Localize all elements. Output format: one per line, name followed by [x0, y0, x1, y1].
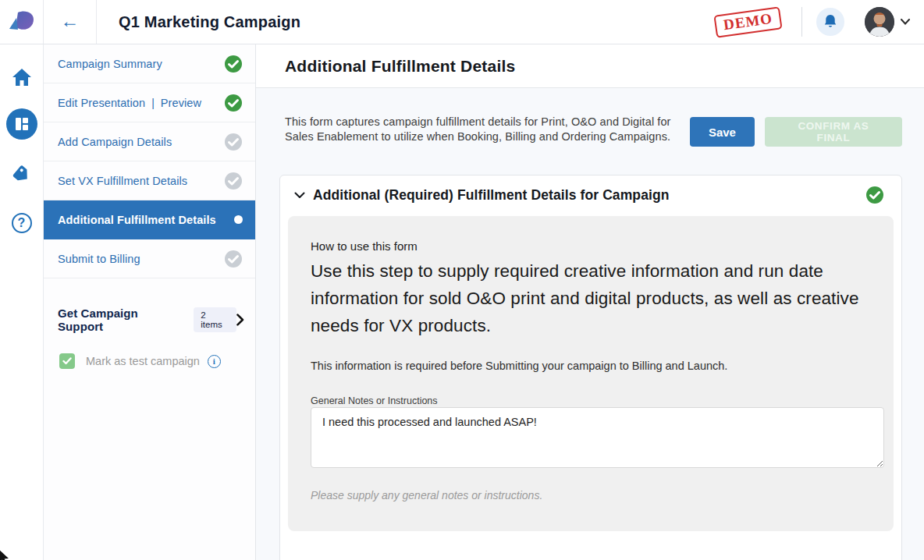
- avatar-photo: [865, 7, 894, 37]
- topbar-divider: [801, 7, 802, 37]
- general-notes-label: General Notes or Instructions: [311, 395, 438, 406]
- section-body: How to use this form Use this step to su…: [288, 216, 894, 531]
- current-step-dot: [234, 215, 243, 224]
- save-button[interactable]: Save: [690, 117, 755, 147]
- help-nav[interactable]: ?: [12, 213, 32, 233]
- complete-check-icon: [224, 55, 243, 73]
- dashboard-nav-active[interactable]: [6, 108, 37, 140]
- app-logo[interactable]: [0, 0, 44, 44]
- main-panel: Additional Fulfillment Details This form…: [256, 44, 924, 560]
- get-campaign-support[interactable]: Get Campaign Support 2 items: [44, 296, 255, 344]
- dashboard-icon: [6, 108, 37, 140]
- sidebar-item-add-campaign-details[interactable]: Add Campaign Details: [44, 122, 255, 161]
- confirm-as-final-button[interactable]: CONFIRM AS FINAL: [765, 117, 902, 147]
- fulfillment-details-card: Additional (Required) Fulfillment Detail…: [279, 175, 902, 560]
- section-complete-check-icon: [865, 186, 884, 204]
- home-icon: [12, 68, 32, 87]
- sidebar-item-set-vx-fulfillment[interactable]: Set VX Fulfillment Details: [44, 161, 255, 200]
- tag-icon: [11, 165, 33, 186]
- preview-link[interactable]: Preview: [161, 97, 201, 109]
- sidebar-item-submit-to-billing[interactable]: Submit to Billing: [44, 239, 255, 278]
- tags-nav[interactable]: [11, 158, 33, 193]
- home-nav[interactable]: [12, 58, 32, 96]
- general-notes-textarea[interactable]: I need this processed and launched ASAP!: [311, 407, 884, 468]
- sidebar-item-additional-fulfillment[interactable]: Additional Fulfillment Details: [44, 200, 255, 239]
- general-notes-helper: Please supply any general notes or instr…: [311, 489, 876, 502]
- chevron-right-icon: [236, 314, 244, 326]
- form-description: This form captures campaign fulfillment …: [285, 115, 690, 144]
- label-separator: |: [151, 97, 155, 109]
- top-bar: ← Q1 Marketing Campaign DEMO: [0, 0, 924, 44]
- notifications-button[interactable]: [816, 8, 844, 36]
- complete-check-icon: [224, 94, 243, 112]
- sidebar-item-campaign-summary[interactable]: Campaign Summary: [44, 44, 255, 83]
- section-title: Additional (Required) Fulfillment Detail…: [313, 187, 670, 204]
- back-arrow-icon: ←: [61, 12, 80, 30]
- howto-title: How to use this form: [311, 239, 876, 253]
- icon-rail: ?: [0, 44, 44, 560]
- required-note: This information is required before Subm…: [311, 360, 876, 372]
- info-icon[interactable]: i: [208, 355, 221, 368]
- campaign-title: Q1 Marketing Campaign: [119, 13, 300, 31]
- page-title: Additional Fulfillment Details: [285, 57, 515, 76]
- pending-check-icon: [224, 172, 243, 190]
- mark-test-campaign-toggle[interactable]: Mark as test campaign i: [44, 344, 255, 378]
- sidebar-item-edit-presentation[interactable]: Edit Presentation | Preview: [44, 83, 255, 122]
- campaign-steps-sidebar: Campaign Summary Edit Presentation | Pre…: [44, 44, 256, 560]
- support-items-badge: 2 items: [194, 307, 236, 332]
- demo-badge: DEMO: [713, 6, 782, 38]
- chevron-down-icon: [901, 19, 910, 25]
- bell-icon: [823, 14, 837, 30]
- section-header-toggle[interactable]: Additional (Required) Fulfillment Detail…: [280, 175, 901, 214]
- pending-check-icon: [224, 133, 243, 151]
- avatar: [865, 7, 894, 37]
- howto-body: Use this step to supply required creativ…: [311, 257, 876, 339]
- collapse-chevron-icon: [294, 192, 305, 199]
- user-menu[interactable]: [865, 7, 910, 37]
- test-campaign-checkbox[interactable]: [59, 353, 75, 369]
- logo-icon: [8, 10, 36, 34]
- help-icon: ?: [12, 213, 32, 233]
- pending-check-icon: [224, 250, 243, 268]
- page-title-bar: Additional Fulfillment Details: [256, 44, 924, 88]
- back-button[interactable]: ←: [44, 0, 97, 44]
